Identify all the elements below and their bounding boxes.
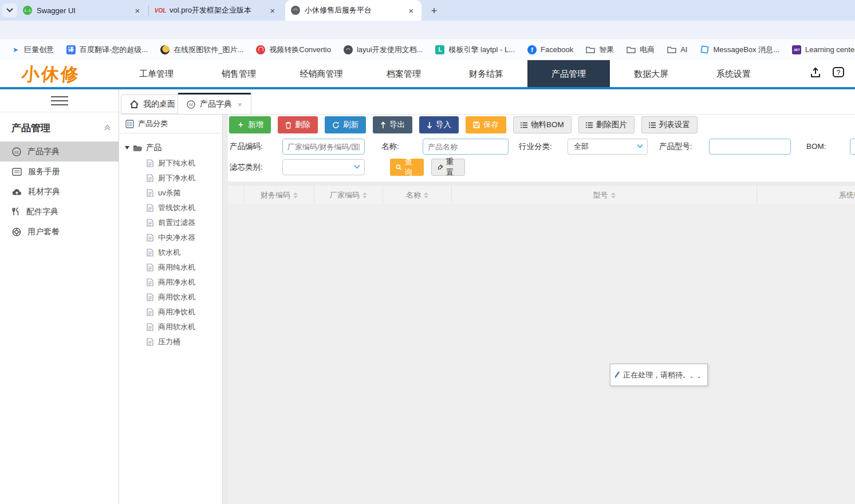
query-button[interactable]: 查询 xyxy=(390,159,424,176)
help-button[interactable]: ? xyxy=(832,66,845,79)
bookmark-folder-ecommerce[interactable]: 电商 xyxy=(620,45,661,55)
close-tab-icon[interactable]: × xyxy=(407,6,416,15)
tree-item-label: 商用软水机 xyxy=(158,322,195,332)
column-header-system-code[interactable]: 系统编码 xyxy=(757,186,855,204)
button-label: 保存 xyxy=(483,120,499,130)
hamburger-menu-icon[interactable] xyxy=(51,93,68,108)
sidebar-item-consumables-dictionary[interactable]: 耗材字典 xyxy=(0,182,119,202)
nav-work-orders[interactable]: 工单管理 xyxy=(115,60,198,87)
bom-input[interactable] xyxy=(850,139,855,155)
bookmark-folder-ai[interactable]: AI xyxy=(661,45,694,54)
close-tab-icon[interactable]: × xyxy=(133,6,142,15)
checkbox-column-header[interactable] xyxy=(228,186,244,204)
sidebar-toggle-row xyxy=(0,89,119,112)
industry-category-select[interactable]: 全部 xyxy=(568,139,648,155)
filter-type-select[interactable] xyxy=(282,159,365,175)
bookmark-folder-zhiguo[interactable]: 智果 xyxy=(580,45,620,55)
tree-item[interactable]: 厨下净水机 xyxy=(147,171,222,186)
button-label: 导入 xyxy=(436,120,451,130)
sidebar-item-service-manual[interactable]: 服务手册 xyxy=(0,162,119,182)
tree-item[interactable]: 管线饮水机 xyxy=(147,200,222,215)
bookmark-learning-center[interactable]: Learning center | ... xyxy=(786,45,855,54)
bookmark-juliang[interactable]: 巨量创意 xyxy=(5,45,60,55)
browser-tab-volpro[interactable]: vol.pro开发框架企业版本 × xyxy=(150,0,283,21)
name-input[interactable] xyxy=(423,139,509,155)
sidebar-item-user-packages[interactable]: 用户套餐 xyxy=(0,222,119,242)
nav-products[interactable]: 产品管理 xyxy=(527,60,610,87)
sort-icon[interactable] xyxy=(293,192,298,198)
bookmark-facebook[interactable]: Facebook xyxy=(521,45,580,54)
list-settings-button[interactable]: 列表设置 xyxy=(641,116,698,133)
app-logo[interactable]: 小休修 xyxy=(21,62,81,86)
bookmark-convertio[interactable]: 视频转换Convertio xyxy=(250,45,337,55)
nav-sales[interactable]: 销售管理 xyxy=(198,60,280,87)
tree-item[interactable]: 厨下纯水机 xyxy=(147,156,222,171)
export-button[interactable]: 导出 xyxy=(373,116,412,133)
nav-settings[interactable]: 系统设置 xyxy=(692,60,775,87)
tree-item[interactable]: 软水机 xyxy=(147,245,222,260)
browser-tab-xiaoxiuxiu[interactable]: 小休修售后服务平台 × xyxy=(285,0,421,21)
tree-item[interactable]: 中央净水器 xyxy=(147,230,222,245)
close-tab-icon[interactable]: × xyxy=(268,6,277,15)
bookmark-layui[interactable]: layui开发使用文档... xyxy=(337,45,430,55)
tree-root-product[interactable]: 产品 xyxy=(125,140,222,156)
button-label: 刷新 xyxy=(343,120,358,130)
import-button[interactable]: 导入 xyxy=(419,116,459,133)
column-header-factory-code[interactable]: 厂家编码 xyxy=(314,186,383,204)
column-header-name[interactable]: 名称 xyxy=(383,186,451,204)
bookmark-baidu-translate[interactable]: 百度翻译-您的超级... xyxy=(60,45,154,55)
refresh-button[interactable]: 刷新 xyxy=(325,116,366,133)
file-icon xyxy=(147,293,153,301)
file-icon xyxy=(147,249,153,257)
tree-item[interactable]: 商用净水机 xyxy=(147,275,222,290)
tree-item[interactable]: uv杀菌 xyxy=(147,186,222,200)
reset-button[interactable]: 重置 xyxy=(431,159,465,176)
nav-dashboard[interactable]: 数据大屏 xyxy=(610,60,692,87)
bookmark-laytpl[interactable]: 模板引擎 laytpl - L... xyxy=(429,45,521,55)
product-code-label: 产品编码: xyxy=(230,139,263,155)
folder-open-icon xyxy=(133,144,143,152)
caret-down-icon[interactable] xyxy=(125,146,129,149)
tab-product-dictionary[interactable]: cc 产品字典 × xyxy=(178,93,251,115)
nav-dealers[interactable]: 经销商管理 xyxy=(280,60,363,87)
chevron-down-icon xyxy=(637,144,643,148)
tree-item[interactable]: 商用净饮机 xyxy=(147,305,222,320)
nav-finance[interactable]: 财务结算 xyxy=(445,60,527,87)
column-header-model[interactable]: 型号 xyxy=(451,186,757,204)
browser-address-bar: 不安全 xiaoxiuxiu.cn/# xyxy=(0,21,855,39)
material-bom-button[interactable]: 物料BOM xyxy=(513,116,572,133)
sidebar-item-parts-dictionary[interactable]: 配件字典 xyxy=(0,202,119,222)
tree-item[interactable]: 压力桶 xyxy=(147,334,222,349)
delete-image-button[interactable]: 删除图片 xyxy=(578,116,635,133)
tab-search-button[interactable] xyxy=(2,3,17,17)
close-tab-icon[interactable]: × xyxy=(238,100,242,109)
new-tab-button[interactable]: + xyxy=(427,4,441,18)
tree-item[interactable]: 商用软水机 xyxy=(147,320,222,334)
browser-tab-swagger[interactable]: Swagger UI × xyxy=(17,0,148,21)
delete-button[interactable]: 删除 xyxy=(278,116,318,133)
sidebar-item-label: 服务手册 xyxy=(28,167,60,177)
add-button[interactable]: ＋新增 xyxy=(229,116,271,133)
chevron-down-icon xyxy=(354,164,360,169)
sidebar-item-product-dictionary[interactable]: cc 产品字典 xyxy=(0,141,119,162)
upload-button[interactable] xyxy=(809,66,822,79)
sort-icon[interactable] xyxy=(611,192,616,198)
save-button[interactable]: 保存 xyxy=(466,116,506,133)
bookmark-messagebox[interactable]: MessageBox 消息... xyxy=(694,45,786,55)
tree-item-label: 商用纯水机 xyxy=(158,262,195,273)
column-header-finance-code[interactable]: 财务编码 xyxy=(244,186,314,204)
collapse-double-chevron-icon[interactable] xyxy=(104,124,111,131)
sort-icon[interactable] xyxy=(363,192,367,198)
bom-label: BOM: xyxy=(806,139,826,155)
tab-my-desktop[interactable]: 我的桌面 xyxy=(121,94,184,114)
convertio-icon xyxy=(256,45,265,54)
nav-archives[interactable]: 档案管理 xyxy=(363,60,445,87)
tree-item[interactable]: 商用饮水机 xyxy=(147,290,222,305)
product-code-input[interactable] xyxy=(282,139,365,155)
bookmark-label: 智果 xyxy=(599,45,614,55)
tree-item[interactable]: 前置过滤器 xyxy=(147,215,222,230)
tree-item[interactable]: 商用纯水机 xyxy=(147,260,222,275)
sort-icon[interactable] xyxy=(424,192,428,198)
bookmark-image-cutout[interactable]: 在线抠图软件_图片... xyxy=(154,45,250,55)
product-model-input[interactable] xyxy=(709,139,791,155)
